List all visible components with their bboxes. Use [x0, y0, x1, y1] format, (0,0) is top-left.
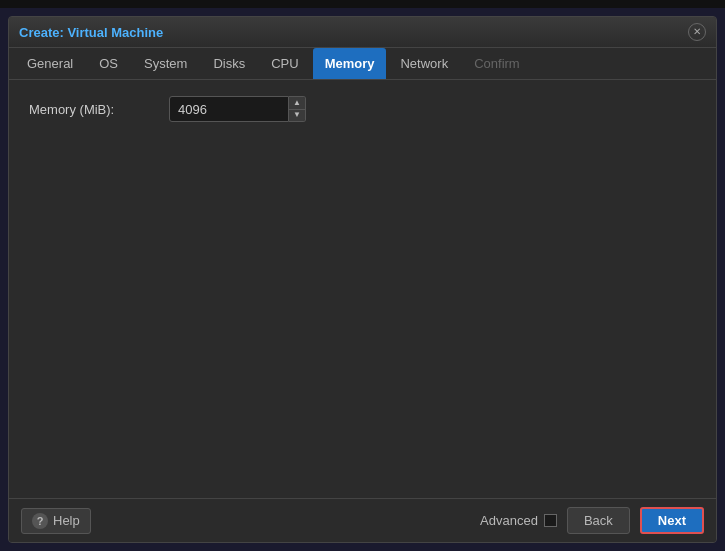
spinner-down-button[interactable]: ▼	[289, 109, 305, 122]
dialog-header: Create: Virtual Machine ✕	[9, 17, 716, 48]
help-icon: ?	[32, 513, 48, 529]
advanced-area: Advanced	[480, 513, 557, 528]
memory-input[interactable]	[169, 96, 289, 122]
tab-network[interactable]: Network	[388, 48, 460, 79]
advanced-label: Advanced	[480, 513, 538, 528]
footer-left: ? Help	[21, 508, 91, 534]
next-button[interactable]: Next	[640, 507, 704, 534]
tab-memory[interactable]: Memory	[313, 48, 387, 79]
tab-os[interactable]: OS	[87, 48, 130, 79]
memory-row: Memory (MiB): ▲ ▼	[29, 96, 696, 122]
tab-general[interactable]: General	[15, 48, 85, 79]
content-area: Memory (MiB): ▲ ▼	[9, 80, 716, 498]
tab-cpu[interactable]: CPU	[259, 48, 310, 79]
tab-confirm: Confirm	[462, 48, 532, 79]
tab-disks[interactable]: Disks	[201, 48, 257, 79]
tabs-bar: General OS System Disks CPU Memory Netwo…	[9, 48, 716, 80]
dialog: Create: Virtual Machine ✕ General OS Sys…	[8, 16, 717, 543]
memory-label: Memory (MiB):	[29, 102, 169, 117]
top-bar	[0, 0, 725, 8]
spinner-up-button[interactable]: ▲	[289, 97, 305, 109]
memory-spinner: ▲ ▼	[169, 96, 306, 122]
back-button[interactable]: Back	[567, 507, 630, 534]
help-button[interactable]: ? Help	[21, 508, 91, 534]
advanced-checkbox[interactable]	[544, 514, 557, 527]
close-button[interactable]: ✕	[688, 23, 706, 41]
dialog-title: Create: Virtual Machine	[19, 25, 163, 40]
help-label: Help	[53, 513, 80, 528]
spinner-buttons: ▲ ▼	[289, 96, 306, 122]
footer-right: Advanced Back Next	[480, 507, 704, 534]
tab-system[interactable]: System	[132, 48, 199, 79]
footer: ? Help Advanced Back Next	[9, 498, 716, 542]
